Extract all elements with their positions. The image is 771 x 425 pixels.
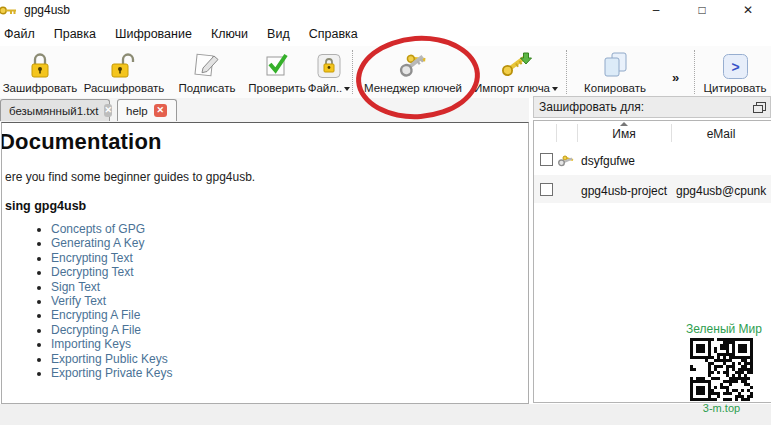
encrypt-label: Зашифровать — [3, 82, 78, 94]
copy-icon — [572, 48, 658, 80]
menu-encryption[interactable]: Шифрование — [113, 26, 194, 42]
key-row[interactable]: gpg4usb-project gpg4usb@cpunk — [534, 175, 771, 203]
toolbar-separator — [566, 50, 567, 94]
dropdown-arrow-icon — [344, 87, 350, 91]
maximize-button[interactable]: □ — [679, 0, 725, 22]
window-title: gpg4usb — [24, 3, 70, 17]
encrypt-for-title: Зашифровать для: — [539, 100, 644, 114]
doc-link[interactable]: Concepts of GPG — [51, 222, 528, 236]
watermark-title: Зеленый Мир — [684, 322, 764, 336]
import-key-label: Импорт ключа — [474, 82, 550, 94]
doc-link[interactable]: Verify Text — [51, 294, 528, 308]
tab-untitled[interactable]: безымянный1.txt ✕ — [0, 99, 110, 121]
key-pair-icon — [557, 154, 575, 170]
key-manager-button[interactable]: Менеджер ключей — [358, 48, 468, 96]
file-lock-icon — [306, 48, 352, 80]
doc-link[interactable]: Importing Keys — [51, 337, 528, 351]
doc-title: Documentation — [1, 129, 528, 155]
sign-button[interactable]: Подписать — [172, 48, 242, 96]
tab-close-icon[interactable]: ✕ — [104, 104, 112, 117]
key-row[interactable]: dsyfgufwe — [534, 145, 771, 175]
tab-help[interactable]: help ✕ — [117, 99, 177, 121]
file-crypt-button[interactable]: Файл.. — [306, 48, 352, 96]
menu-file[interactable]: Файл — [2, 26, 37, 42]
doc-link[interactable]: Sign Text — [51, 280, 528, 294]
key-import-icon — [470, 48, 562, 80]
tab-help-label: help — [126, 105, 148, 117]
key-email: gpg4usb@cpunk — [676, 184, 766, 198]
toolbar-separator — [352, 50, 353, 94]
gpg4usb-window: gpg4usb – □ ✕ Файл Правка Шифрование Клю… — [0, 0, 771, 425]
doc-link-list: Concepts of GPG Generating A Key Encrypt… — [5, 222, 528, 380]
doc-link[interactable]: Decrypting Text — [51, 265, 528, 279]
encrypt-button[interactable]: Зашифровать — [0, 48, 80, 96]
quote-icon: > — [700, 48, 770, 80]
column-divider — [556, 124, 557, 142]
key-name: dsyfgufwe — [581, 154, 635, 168]
decrypt-button[interactable]: Расшифровать — [82, 48, 166, 96]
key-manager-icon — [358, 48, 468, 80]
verify-check-icon — [246, 48, 308, 80]
window-controls: – □ ✕ — [633, 0, 771, 22]
doc-link[interactable]: Decrypting A File — [51, 323, 528, 337]
column-header-email[interactable]: eMail — [672, 127, 770, 141]
float-panel-icon[interactable] — [756, 102, 766, 111]
tab-untitled-label: безымянный1.txt — [9, 105, 98, 117]
decrypt-label: Расшифровать — [84, 82, 165, 94]
help-document-panel[interactable]: Documentation ere you find some beginner… — [1, 122, 529, 404]
tab-bar: безымянный1.txt ✕ help ✕ — [0, 98, 529, 122]
lock-open-icon — [82, 48, 166, 80]
sort-up-icon — [620, 122, 628, 126]
copy-button[interactable]: Копировать — [572, 48, 658, 96]
sign-document-icon — [172, 48, 242, 80]
close-button[interactable]: ✕ — [725, 0, 771, 22]
menu-keys[interactable]: Ключи — [209, 26, 250, 42]
watermark-caption: 3-m.top — [690, 402, 753, 414]
doc-link[interactable]: Encrypting Text — [51, 251, 528, 265]
toolbar-overflow-chevron[interactable]: » — [672, 70, 679, 85]
app-key-icon — [0, 3, 18, 22]
toolbar: Зашифровать Расшифровать Подписать — [0, 46, 771, 98]
column-header-name[interactable]: Имя — [578, 127, 670, 141]
doc-link[interactable]: Exporting Public Keys — [51, 352, 528, 366]
minimize-button[interactable]: – — [633, 0, 679, 22]
copy-label: Копировать — [584, 82, 646, 94]
key-name: gpg4usb-project — [581, 184, 667, 198]
toolbar-separator — [694, 50, 695, 94]
doc-section-heading: sing gpg4usb — [5, 199, 528, 213]
doc-link[interactable]: Exporting Private Keys — [51, 366, 528, 380]
doc-intro: ere you find some beginner guides to gpg… — [5, 170, 528, 184]
qr-code — [690, 338, 753, 401]
tab-close-icon[interactable]: ✕ — [154, 104, 167, 117]
verify-label: Проверить — [248, 82, 306, 94]
encrypt-for-header: Зашифровать для: — [533, 96, 771, 118]
menu-view[interactable]: Вид — [265, 26, 292, 42]
import-key-button[interactable]: Импорт ключа — [470, 48, 562, 96]
menu-edit[interactable]: Правка — [52, 26, 98, 42]
key-checkbox[interactable] — [540, 153, 553, 166]
quote-button[interactable]: > Цитировать — [700, 48, 770, 96]
doc-link[interactable]: Encrypting A File — [51, 308, 528, 322]
file-crypt-label: Файл.. — [308, 82, 343, 94]
menu-help[interactable]: Справка — [307, 26, 360, 42]
dropdown-arrow-icon — [552, 87, 558, 91]
quote-label: Цитировать — [704, 82, 767, 94]
svg-text:>: > — [731, 59, 739, 75]
sign-label: Подписать — [179, 82, 236, 94]
key-manager-label: Менеджер ключей — [364, 82, 462, 94]
menu-bar: Файл Правка Шифрование Ключи Вид Справка — [2, 24, 360, 44]
title-bar: gpg4usb – □ ✕ — [0, 0, 771, 20]
lock-closed-icon — [0, 48, 80, 80]
key-list-header: Имя eMail — [534, 121, 771, 145]
verify-button[interactable]: Проверить — [246, 48, 308, 96]
doc-link[interactable]: Generating A Key — [51, 236, 528, 250]
key-checkbox[interactable] — [540, 183, 553, 196]
status-bar — [0, 404, 771, 425]
